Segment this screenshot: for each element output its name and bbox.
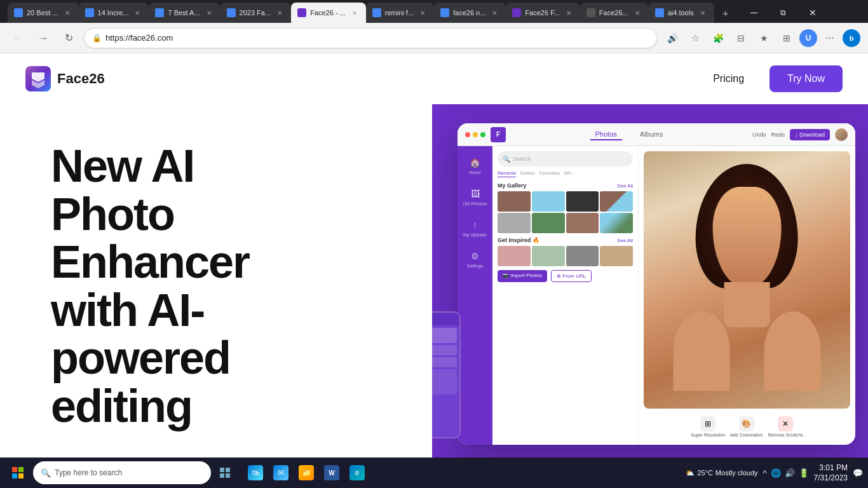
profile-button[interactable]: U (799, 29, 817, 47)
from-url-button[interactable]: ⊕ From URL (551, 270, 592, 282)
filter-selfies[interactable]: Selfies (520, 170, 535, 177)
refresh-button[interactable]: ↻ (58, 28, 79, 48)
gallery-thumb-4[interactable] (600, 191, 633, 212)
tab-8-close[interactable]: ✕ (564, 8, 574, 18)
tab-9[interactable]: Face26... ✕ (580, 3, 649, 23)
taskbar-notification-icon[interactable]: 💬 (853, 468, 863, 478)
minimize-button[interactable]: ─ (740, 3, 769, 23)
taskbar-volume-icon[interactable]: 🔊 (785, 468, 795, 478)
inspired-thumb-3[interactable] (566, 246, 599, 266)
taskbar-chevron-icon[interactable]: ^ (763, 468, 767, 478)
tab-2-close[interactable]: ✕ (132, 8, 142, 18)
import-photos-button[interactable]: 📷 Import Photos (498, 270, 547, 282)
taskbar-mail-app[interactable]: ✉ (269, 461, 292, 484)
sidebar-item-home[interactable]: 🏠 Home (458, 151, 492, 180)
pricing-link[interactable]: Pricing (713, 73, 744, 85)
tab-5-close[interactable]: ✕ (349, 8, 360, 18)
new-tab-button[interactable]: + (717, 5, 735, 23)
tab-10[interactable]: ai4.tools ✕ (649, 3, 714, 23)
remove-scratches-action[interactable]: ✕ Remove Scratchs (768, 416, 803, 437)
app-search-bar[interactable]: 🔍 Search (498, 151, 633, 166)
gallery-thumb-2[interactable] (532, 191, 565, 212)
gallery-thumb-6[interactable] (532, 213, 565, 233)
sidebar-button[interactable]: ⊞ (776, 28, 797, 48)
taskbar-clock[interactable]: 3:01 PM 7/31/2023 (814, 463, 848, 482)
taskbar-search-text: Type here to search (55, 468, 122, 477)
extensions-button[interactable]: 🧩 (708, 28, 728, 48)
task-view-button[interactable] (214, 461, 236, 484)
weather-widget[interactable]: ⛅ 25°C Mostly cloudy (686, 469, 757, 477)
app-redo[interactable]: Redo (771, 132, 785, 138)
super-resolution-icon: ⊞ (700, 416, 715, 431)
hero-line1: New AI (51, 140, 194, 191)
more-menu-button[interactable]: ⋯ (820, 28, 840, 48)
start-button[interactable] (5, 460, 31, 485)
colorization-label: Add Colorization (730, 433, 763, 437)
close-window-button[interactable]: ✕ (798, 3, 827, 23)
app-tab-albums[interactable]: Albums (635, 129, 668, 140)
filter-recents[interactable]: Recents (498, 170, 516, 177)
gallery-thumb-3[interactable] (566, 191, 599, 212)
taskbar-network-icon[interactable]: 🌐 (771, 468, 781, 478)
tab-10-close[interactable]: ✕ (698, 8, 708, 18)
tab-5-active[interactable]: Face26 - ... ✕ (291, 3, 366, 23)
gallery-see-all-button[interactable]: See All (617, 183, 633, 189)
restore-button[interactable]: ⧉ (769, 3, 798, 23)
inspired-thumb-1[interactable] (498, 246, 531, 266)
colorization-action[interactable]: 🎨 Add Colorization (730, 416, 763, 437)
tab-2[interactable]: 14 Incre... ✕ (79, 3, 149, 23)
tab-4-title: 2023 Fa... (240, 9, 271, 17)
collections-button[interactable]: ★ (754, 28, 774, 48)
tab-6[interactable]: remini f... ✕ (366, 3, 434, 23)
super-resolution-action[interactable]: ⊞ Super Resolution (691, 416, 725, 437)
filter-more[interactable]: Wh... (564, 170, 576, 177)
uploads-icon: ↑ (469, 219, 482, 231)
gallery-thumb-8[interactable] (600, 213, 633, 233)
back-button[interactable]: ← (8, 28, 28, 48)
split-screen-button[interactable]: ⊟ (731, 28, 751, 48)
taskbar-search-bar[interactable]: 🔍 Type here to search (33, 461, 211, 484)
tab-3[interactable]: 7 Best A... ✕ (149, 3, 220, 23)
filter-favorites[interactable]: Favorites (539, 170, 560, 177)
sidebar-item-uploads[interactable]: ↑ My Uploads (458, 214, 492, 242)
try-now-button[interactable]: Try Now (770, 65, 843, 92)
remove-scratches-icon: ✕ (778, 416, 793, 431)
tab-6-close[interactable]: ✕ (417, 8, 428, 18)
weather-temp: 25°C (697, 469, 713, 477)
taskbar-store-app[interactable]: 🛍 (244, 461, 267, 484)
gallery-thumb-7[interactable] (566, 213, 599, 233)
app-tab-photos[interactable]: Photos (590, 129, 622, 140)
tab-7-close[interactable]: ✕ (489, 8, 499, 18)
svg-rect-3 (12, 473, 17, 478)
tab-1-close[interactable]: ✕ (62, 8, 72, 18)
inspired-thumb-2[interactable] (532, 246, 565, 266)
sidebar-item-settings[interactable]: ⚙ Settings (458, 245, 492, 273)
address-bar[interactable]: 🔒 https://face26.com (84, 28, 657, 48)
inspired-section: Get Inspired 🔥 See All (498, 237, 633, 266)
gallery-thumb-1[interactable] (498, 191, 531, 212)
tab-4-close[interactable]: ✕ (275, 8, 285, 18)
tab-9-favicon (587, 8, 595, 17)
taskbar-edge-app[interactable]: e (346, 461, 369, 484)
favorites-button[interactable]: ☆ (685, 28, 705, 48)
bing-copilot-button[interactable]: b (843, 29, 860, 47)
tab-4[interactable]: 2023 Fa... ✕ (220, 3, 292, 23)
inspired-see-all-button[interactable]: See All (617, 238, 633, 243)
security-icon: 🔒 (92, 34, 102, 43)
tab-1[interactable]: 20 Best ... ✕ (8, 3, 79, 23)
app-undo[interactable]: Undo (752, 132, 766, 138)
forward-button[interactable]: → (33, 28, 53, 48)
logo-text: Face26 (57, 71, 105, 87)
tab-9-close[interactable]: ✕ (632, 8, 642, 18)
tab-3-close[interactable]: ✕ (204, 8, 214, 18)
taskbar-battery-icon[interactable]: 🔋 (799, 468, 809, 478)
read-aloud-button[interactable]: 🔊 (662, 28, 682, 48)
gallery-thumb-5[interactable] (498, 213, 531, 233)
taskbar-word-app[interactable]: W (320, 461, 343, 484)
sidebar-item-old-pictures[interactable]: 🖼 Old Pictures (458, 182, 492, 211)
app-download-button[interactable]: ↓ Download (790, 129, 830, 140)
tab-8[interactable]: Face26 F... ✕ (506, 3, 580, 23)
taskbar-explorer-app[interactable]: 📁 (295, 461, 318, 484)
tab-7[interactable]: face26 n... ✕ (434, 3, 506, 23)
inspired-thumb-4[interactable] (600, 246, 633, 266)
